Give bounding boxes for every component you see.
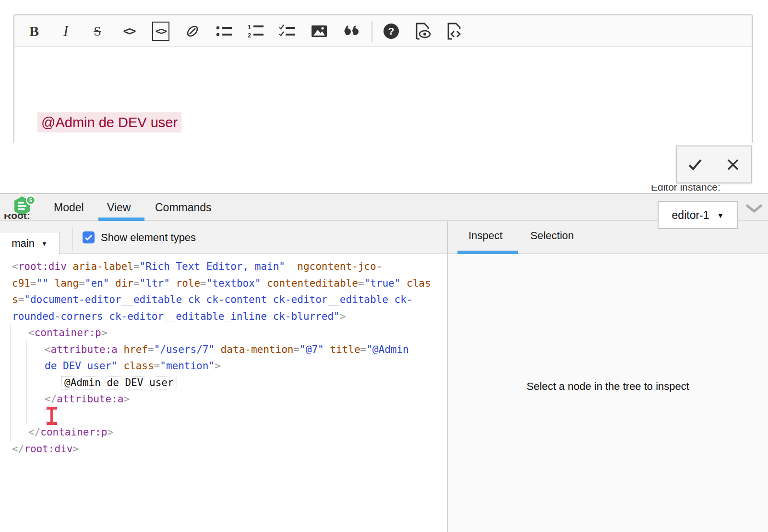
code-token-tag: attribute:a	[51, 344, 118, 355]
code-token	[109, 278, 115, 289]
code-token-p: =	[293, 344, 300, 355]
code-token	[285, 261, 291, 272]
collapse-inspector-button[interactable]	[745, 204, 763, 215]
code-token	[118, 344, 124, 355]
italic-button[interactable]: I	[55, 18, 77, 45]
numbered-list-icon: 1 2	[247, 24, 264, 39]
code-block-button[interactable]: <>	[150, 18, 172, 45]
active-tab-underline	[98, 218, 144, 221]
tab-commands[interactable]: Commands	[155, 194, 212, 221]
view-tree-line[interactable]: </attribute:a>	[0, 391, 447, 408]
tab-view[interactable]: View	[107, 194, 131, 221]
code-token-attr: title	[330, 344, 360, 355]
link-button[interactable]	[181, 18, 204, 45]
code-token	[48, 278, 55, 289]
view-tree-line[interactable]: rounded-corners ck-editor__editable_inli…	[0, 308, 447, 325]
source-editing-button[interactable]	[444, 18, 466, 45]
tab-inspect[interactable]: Inspect	[468, 221, 503, 251]
code-token-val: "document-editor__editable ck ck-content…	[24, 294, 412, 305]
code-token-tag: attribute:a	[57, 393, 123, 405]
source-code-icon	[445, 23, 464, 40]
show-element-types-checkbox[interactable]	[83, 231, 95, 243]
bulleted-list-button[interactable]	[213, 18, 235, 45]
ckeditor-inspector: 5 Model View Commands editor-1 ▼ main ▼ …	[0, 193, 768, 532]
code-token	[261, 278, 267, 289]
indent-guide	[10, 325, 11, 441]
code-token-attr: aria-label	[72, 261, 133, 272]
code-token-attr: contenteditable	[267, 278, 358, 289]
view-tree: <root:div aria-label="Rich Text Editor, …	[0, 254, 447, 532]
inline-code-button[interactable]: <>	[118, 18, 140, 45]
view-tree-line[interactable]: <root:div aria-label="Rich Text Editor, …	[0, 258, 447, 275]
code-token-p: >	[101, 327, 108, 339]
editor-instance-select[interactable]: editor-1 ▼	[658, 201, 738, 229]
indent-guide	[43, 375, 43, 391]
block-quote-button[interactable]	[340, 18, 362, 45]
code-token-p: </	[12, 443, 24, 455]
code-token-val: "en"	[85, 278, 109, 289]
code-token-val: "textbox"	[206, 278, 261, 289]
view-tree-line[interactable]: </container:p>	[0, 424, 447, 441]
toolbar-separator	[72, 228, 72, 251]
code-token-tag: root:div	[18, 261, 67, 272]
todo-list-button[interactable]	[276, 18, 299, 45]
document-preview-icon	[414, 23, 432, 40]
preview-button[interactable]	[412, 18, 434, 45]
code-token-val: de DEV user"	[45, 360, 118, 372]
code-token	[400, 278, 407, 289]
view-tree-line[interactable]: </root:div>	[0, 441, 447, 458]
strikethrough-button[interactable]: S	[86, 18, 108, 45]
code-token-tag: container:p	[35, 327, 101, 339]
insert-image-button[interactable]	[308, 18, 330, 45]
accept-button[interactable]	[687, 157, 703, 172]
code-token-p: </	[45, 393, 57, 405]
tab-model[interactable]: Model	[54, 194, 84, 221]
instance-select-value: editor-1	[672, 209, 709, 222]
inspect-empty-message: Select a node in the tree to inspect	[527, 380, 689, 393]
code-token-attr: dir	[115, 278, 133, 289]
code-token-val: "Rich Text Editor, main"	[140, 261, 285, 272]
root-select-main[interactable]: main ▼	[0, 232, 60, 254]
code-token-p: =	[358, 278, 364, 289]
editable-area[interactable]: @Admin de DEV user	[14, 47, 752, 144]
root-label: Root:	[4, 214, 42, 221]
numbered-list-button[interactable]: 1 2	[245, 18, 267, 45]
svg-text:1: 1	[248, 24, 251, 31]
image-icon	[311, 24, 327, 38]
view-tree-line[interactable]	[0, 408, 447, 424]
bold-button[interactable]: B	[23, 18, 45, 45]
code-token	[215, 344, 221, 355]
view-tree-line[interactable]: c91="" lang="en" dir="ltr" role="textbox…	[0, 275, 447, 292]
svg-text:?: ?	[388, 25, 395, 36]
code-token-tag: container:p	[40, 426, 107, 438]
tab-selection[interactable]: Selection	[530, 221, 574, 251]
code-token-p: =	[154, 360, 160, 372]
view-tree-line[interactable]: de DEV user" class="mention">	[0, 358, 447, 375]
code-token-val: rounded-corners ck-editor__editable_inli…	[12, 311, 340, 322]
empty-text-node	[45, 409, 56, 422]
view-tree-line[interactable]: s="document-editor__editable ck ck-conte…	[0, 291, 447, 308]
code-token-p: </	[28, 426, 40, 438]
view-tree-line[interactable]: @Admin de DEV user	[0, 375, 447, 391]
mention-chip[interactable]: @Admin de DEV user	[37, 112, 181, 133]
code-token-p: =	[148, 344, 154, 355]
code-token-attr: href	[123, 344, 148, 355]
checkmark-icon	[687, 157, 703, 172]
inspect-pane: Select a node in the tree to inspect	[448, 254, 768, 532]
code-block-icon: <>	[152, 22, 170, 41]
view-tree-line[interactable]: <container:p>	[0, 325, 447, 341]
code-token-p: >	[107, 426, 113, 438]
code-token-p: >	[215, 360, 221, 372]
code-token-val: "@Admin	[366, 344, 409, 355]
svg-text:2: 2	[248, 32, 251, 39]
code-token-val: "mention"	[160, 360, 215, 372]
code-token-p: >	[72, 443, 79, 455]
inspector-header: 5 Model View Commands	[0, 194, 768, 221]
quote-icon	[343, 24, 359, 38]
active-tab-underline	[457, 251, 518, 254]
code-token-val: "ltr"	[140, 278, 170, 289]
cancel-button[interactable]	[725, 157, 741, 172]
help-button[interactable]: ?	[380, 18, 402, 45]
svg-text:5: 5	[29, 197, 32, 203]
view-tree-line[interactable]: <attribute:a href="/users/7" data-mentio…	[0, 341, 447, 358]
